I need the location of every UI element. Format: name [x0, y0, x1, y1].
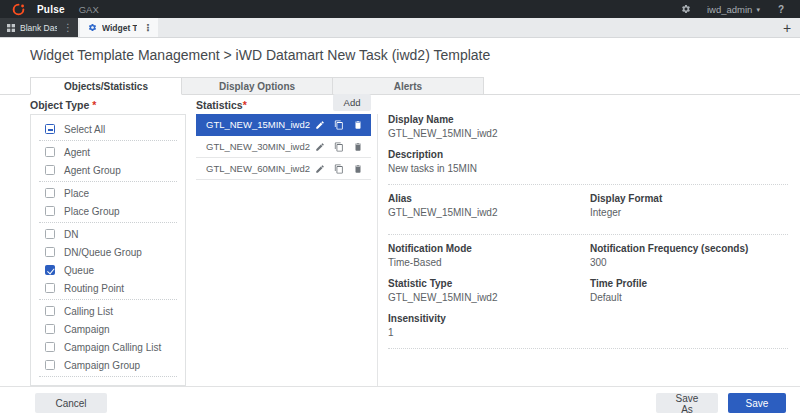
- edit-icon[interactable]: [315, 164, 325, 174]
- app-title-pulse: Pulse: [37, 4, 65, 15]
- detail-divider: [388, 184, 788, 185]
- tab-objects-statistics[interactable]: Objects/Statistics: [30, 77, 182, 95]
- list-divider: [39, 181, 177, 182]
- statistic-actions: [315, 142, 363, 152]
- object-type-routing-point[interactable]: Routing Point: [31, 279, 185, 297]
- tab-strip-spacer: [158, 18, 774, 37]
- field-statistic-type: Statistic Type GTL_NEW_15MIN_iwd2: [388, 278, 590, 304]
- detail-divider: [388, 348, 788, 349]
- statistic-row[interactable]: GTL_NEW_15MIN_iwd2: [196, 114, 371, 136]
- checkbox-icon[interactable]: [45, 360, 55, 370]
- delete-icon[interactable]: [353, 142, 363, 152]
- nav-link-gax[interactable]: GAX: [79, 4, 99, 15]
- object-type-heading: Object Type*: [30, 99, 96, 111]
- object-type-dn[interactable]: DN: [31, 225, 185, 243]
- field-display-format: Display Format Integer: [590, 193, 788, 219]
- checkbox-icon[interactable]: [45, 124, 55, 134]
- object-type-calling-list[interactable]: Calling List: [31, 302, 185, 320]
- checkbox-icon[interactable]: [45, 229, 55, 239]
- chevron-down-icon: ▾: [756, 6, 760, 13]
- field-time-profile: Time Profile Default: [590, 278, 788, 304]
- delete-icon[interactable]: [353, 164, 363, 174]
- required-asterisk: *: [92, 99, 96, 111]
- cancel-button[interactable]: Cancel: [35, 393, 107, 413]
- object-type-dn-queue-group[interactable]: DN/Queue Group: [31, 243, 185, 261]
- object-type-place[interactable]: Place: [31, 184, 185, 202]
- checkbox-icon[interactable]: [45, 165, 55, 175]
- save-as-button[interactable]: Save As: [656, 393, 718, 413]
- statistic-name: GTL_NEW_60MIN_iwd2: [206, 163, 315, 174]
- checkbox-icon[interactable]: [45, 265, 55, 275]
- object-type-agent-group[interactable]: Agent Group: [31, 161, 185, 179]
- object-type-agent[interactable]: Agent: [31, 143, 185, 161]
- save-button-group: Save As Save: [656, 393, 786, 413]
- field-description: Description New tasks in 15MIN: [388, 149, 788, 175]
- object-type-place-group[interactable]: Place Group: [31, 202, 185, 220]
- page-title: Widget Template Management > iWD Datamar…: [30, 47, 490, 63]
- field-insensitivity: Insensitivity 1: [388, 313, 788, 339]
- statistic-actions: [315, 120, 363, 130]
- checkbox-icon[interactable]: [45, 342, 55, 352]
- top-header-bar: Pulse GAX iwd_admin ▾ ?: [0, 0, 800, 18]
- checkbox-icon[interactable]: [45, 324, 55, 334]
- object-type-campaign[interactable]: Campaign: [31, 320, 185, 338]
- help-icon[interactable]: ?: [778, 4, 784, 15]
- field-notification-frequency: Notification Frequency (seconds) 300: [590, 243, 788, 269]
- tab-display-options[interactable]: Display Options: [181, 77, 333, 95]
- duplicate-icon[interactable]: [334, 120, 344, 130]
- checkbox-icon[interactable]: [45, 147, 55, 157]
- duplicate-icon[interactable]: [334, 142, 344, 152]
- settings-icon[interactable]: [681, 4, 691, 14]
- checkbox-icon[interactable]: [45, 188, 55, 198]
- genesys-logo-icon: [12, 3, 25, 16]
- tab-display-options-label: Display Options: [219, 81, 295, 92]
- footer-bar: Cancel Save As Save: [0, 386, 800, 415]
- section-tabs: Objects/Statistics Display Options Alert…: [0, 75, 800, 95]
- checkbox-icon[interactable]: [45, 206, 55, 216]
- statistic-name: GTL_NEW_30MIN_iwd2: [206, 141, 315, 152]
- duplicate-icon[interactable]: [334, 164, 344, 174]
- object-type-select-all[interactable]: Select All: [31, 120, 185, 138]
- dashboard-tab-strip: Blank Dashboard ⋮ Widget Template Manage…: [0, 18, 800, 38]
- required-asterisk: *: [243, 99, 247, 111]
- tab-objects-statistics-label: Objects/Statistics: [64, 81, 148, 92]
- list-divider: [39, 222, 177, 223]
- object-type-panel: Select All Agent Agent Group Place Place…: [30, 114, 186, 386]
- save-button[interactable]: Save: [728, 393, 786, 413]
- user-menu[interactable]: iwd_admin ▾: [707, 4, 760, 15]
- statistics-list: GTL_NEW_15MIN_iwd2 GTL_NEW_30MIN_iwd2 GT…: [196, 114, 371, 180]
- statistic-name: GTL_NEW_15MIN_iwd2: [206, 119, 315, 130]
- add-statistic-button[interactable]: Add: [333, 94, 371, 111]
- object-type-campaign-calling-list[interactable]: Campaign Calling List: [31, 338, 185, 356]
- list-divider: [39, 299, 177, 300]
- statistic-row[interactable]: GTL_NEW_60MIN_iwd2: [196, 158, 371, 180]
- tab-alerts-label: Alerts: [394, 81, 422, 92]
- add-tab-icon[interactable]: +: [774, 18, 800, 37]
- tab-menu-icon[interactable]: ⋮: [142, 23, 154, 33]
- checkbox-icon[interactable]: [45, 247, 55, 257]
- delete-icon[interactable]: [353, 120, 363, 130]
- object-type-queue[interactable]: Queue: [31, 261, 185, 279]
- edit-icon[interactable]: [315, 142, 325, 152]
- list-divider: [39, 140, 177, 141]
- gear-icon: [88, 23, 97, 32]
- tab-alerts[interactable]: Alerts: [332, 77, 484, 95]
- pulse-app-window: Pulse GAX iwd_admin ▾ ? Blank Dashboard …: [0, 0, 800, 415]
- statistic-actions: [315, 164, 363, 174]
- edit-icon[interactable]: [315, 120, 325, 130]
- checkbox-icon[interactable]: [45, 306, 55, 316]
- tab-widget-template[interactable]: Widget Template Management ⋮: [80, 18, 158, 37]
- tab-blank-dashboard[interactable]: Blank Dashboard ⋮: [0, 18, 78, 37]
- statistic-detail-pane: Display Name GTL_NEW_15MIN_iwd2 Descript…: [388, 114, 788, 357]
- object-type-campaign-group[interactable]: Campaign Group: [31, 356, 185, 374]
- tab-blank-dashboard-label: Blank Dashboard: [20, 23, 57, 33]
- tab-menu-icon[interactable]: ⋮: [62, 23, 74, 33]
- field-display-name: Display Name GTL_NEW_15MIN_iwd2: [388, 114, 788, 140]
- field-alias: Alias GTL_NEW_15MIN_iwd2: [388, 193, 590, 219]
- statistics-heading: Statistics*: [196, 99, 247, 111]
- statistic-row[interactable]: GTL_NEW_30MIN_iwd2: [196, 136, 371, 158]
- panel-divider: [377, 114, 378, 386]
- checkbox-icon[interactable]: [45, 283, 55, 293]
- tab-widget-template-label: Widget Template Management: [102, 23, 137, 33]
- list-divider: [39, 376, 177, 377]
